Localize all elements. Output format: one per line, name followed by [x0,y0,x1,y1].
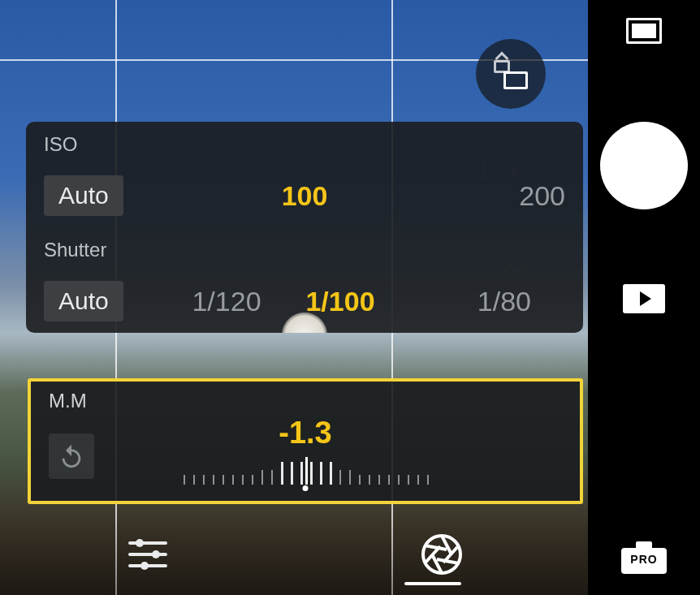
reset-icon [58,442,85,470]
shutter-selected-value[interactable]: 1/100 [279,286,401,317]
mm-section: M.M -1.3 [28,378,583,504]
iso-next-value[interactable]: 200 [435,180,565,212]
iso-label: ISO [26,122,583,164]
shutter-next-value[interactable]: 1/80 [401,286,531,317]
aperture-mode-button[interactable] [421,533,463,579]
svg-point-6 [423,536,460,573]
svg-point-3 [136,539,144,547]
aperture-icon [421,533,463,576]
playback-button[interactable] [623,284,665,313]
iso-auto-option[interactable]: Auto [44,175,174,216]
iso-row[interactable]: Auto 100 200 [26,164,583,227]
shutter-auto-button[interactable]: Auto [44,281,123,321]
mm-value: -1.3 [49,416,562,451]
play-icon [640,291,651,306]
mm-ruler-indicator [303,485,309,491]
shutter-button[interactable] [600,122,688,209]
mm-label: M.M [49,390,562,412]
settings-sliders-button[interactable] [125,532,171,580]
camera-app: 1.0x ISO Auto 100 200 Shutter Auto 1/120 [0,0,700,595]
active-tab-indicator [404,582,461,585]
iso-selected-value[interactable]: 100 [174,180,435,212]
shutter-label: Shutter [26,227,583,269]
aspect-ratio-button[interactable] [626,18,662,44]
shutter-prev-value[interactable]: 1/120 [174,286,279,317]
right-sidebar: PRO [588,0,700,595]
bottom-toolbar [0,517,588,595]
adjust-sliders-icon [125,532,171,577]
mm-reset-button[interactable] [49,433,94,479]
pip-switch-icon [494,58,528,89]
shutter-auto-option[interactable]: Auto [44,281,174,321]
pip-switch-button[interactable] [476,39,546,109]
iso-auto-button[interactable]: Auto [44,175,123,216]
mm-ruler[interactable] [184,457,427,493]
manual-settings-panel: ISO Auto 100 200 Shutter Auto 1/120 1/10… [26,122,583,333]
pro-mode-button[interactable]: PRO [621,541,667,574]
pro-label: PRO [621,553,667,566]
svg-point-5 [140,562,149,570]
svg-point-4 [152,550,160,558]
shutter-row[interactable]: Auto 1/120 1/100 1/80 [26,269,583,333]
